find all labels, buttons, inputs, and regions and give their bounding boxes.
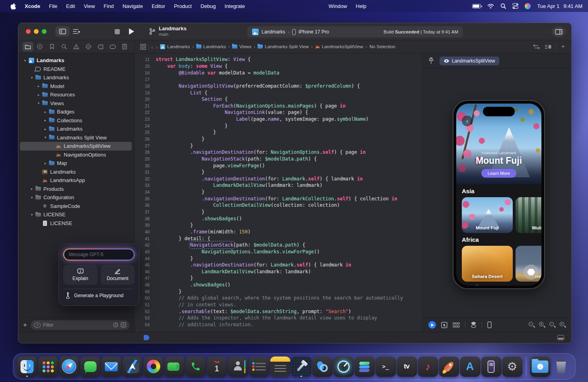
preview-device-control[interactable] bbox=[524, 264, 539, 280]
dock-calendar-icon[interactable]: Tue1 bbox=[207, 357, 227, 377]
code-line-18[interactable]: 18NavigationSplitView(preferredCompactCo… bbox=[135, 83, 422, 90]
tree-item-landmarks-split-view[interactable]: ▾Landmarks Split View bbox=[18, 133, 134, 142]
dock-phone-icon[interactable] bbox=[186, 357, 206, 377]
inspector-toggle[interactable] bbox=[551, 26, 566, 37]
dock-messages-icon[interactable] bbox=[80, 357, 100, 377]
close-button[interactable] bbox=[26, 29, 31, 34]
scheme-name[interactable]: Landmarks bbox=[262, 29, 285, 35]
code-line-48[interactable]: 48.showsBadges() bbox=[135, 282, 422, 288]
code-line-15[interactable]: 15var body: some View { bbox=[135, 63, 422, 70]
tree-item-configuration[interactable]: ▾Configuration bbox=[18, 193, 134, 202]
breadcrumb-item[interactable]: LandmarksSplitView bbox=[315, 44, 363, 49]
code-line-28[interactable]: 28.navigationDestination(for: Navigation… bbox=[135, 149, 422, 156]
code-line-49[interactable]: 49} bbox=[135, 288, 422, 295]
code-line-25[interactable]: 25} bbox=[135, 129, 422, 136]
menu-help[interactable]: Help bbox=[352, 3, 371, 9]
code-line-39[interactable]: 39} bbox=[135, 222, 422, 229]
selectable-mode-icon[interactable] bbox=[441, 322, 447, 328]
source-editor[interactable]: 11struct LandmarksSplitView: View {15var… bbox=[135, 53, 422, 332]
forward-button[interactable]: › bbox=[156, 43, 158, 50]
landmark-card-fuji[interactable]: Mount Fuji bbox=[462, 197, 513, 233]
dock-reminders-icon[interactable] bbox=[249, 357, 269, 377]
code-line-44[interactable]: 44} bbox=[135, 255, 422, 262]
code-line-35[interactable]: 35.navigationDestination(for: LandmarkCo… bbox=[135, 195, 422, 202]
code-line-54[interactable]: 54// additional information. bbox=[135, 321, 422, 328]
code-line-20[interactable]: 20Section { bbox=[135, 96, 422, 103]
assistant-message-input[interactable] bbox=[64, 249, 134, 260]
menu-file[interactable]: File bbox=[45, 3, 62, 9]
document-button[interactable]: Document bbox=[101, 265, 135, 285]
dock-appstore-icon[interactable]: A bbox=[460, 357, 480, 377]
navigator-tab-project-navigator[interactable] bbox=[22, 42, 33, 51]
wifi-icon[interactable] bbox=[487, 4, 494, 9]
code-line-17[interactable]: 17 bbox=[135, 76, 422, 83]
dock-safari-icon[interactable] bbox=[59, 357, 79, 377]
zoom-100-button[interactable]: 1 bbox=[539, 322, 545, 328]
tree-item-license[interactable]: ▾LICENSE bbox=[18, 210, 134, 219]
tree-item-map[interactable]: ▸Map bbox=[18, 159, 134, 168]
menu-edit[interactable]: Edit bbox=[62, 3, 79, 9]
navigator-tab-find[interactable] bbox=[59, 42, 70, 51]
dock-terminal-icon[interactable]: >_ bbox=[375, 357, 396, 377]
tree-item-products[interactable]: ▸Products bbox=[18, 185, 134, 194]
tree-item-landmarks[interactable]: Landmarks bbox=[18, 168, 134, 176]
add-file-button[interactable]: + bbox=[23, 321, 27, 329]
code-line-33[interactable]: 33LandmarkDetailView(landmark: landmark) bbox=[135, 182, 422, 189]
dock-maps-icon[interactable] bbox=[122, 357, 143, 377]
navigator-tab-breakpoints[interactable] bbox=[107, 42, 118, 51]
stop-button[interactable] bbox=[110, 26, 124, 37]
menu-navigate[interactable]: Navigate bbox=[118, 3, 147, 9]
zoom-out-button[interactable]: − bbox=[529, 322, 535, 328]
tree-item-collections[interactable]: ▸Collections bbox=[18, 116, 134, 125]
recent-files-icon[interactable] bbox=[113, 322, 118, 327]
code-line-32[interactable]: 32.navigationDestination(for: Landmark.s… bbox=[135, 176, 422, 182]
variants-grid-icon[interactable] bbox=[453, 322, 460, 328]
dock-settings-icon[interactable]: ⚙ bbox=[502, 357, 522, 377]
code-line-29[interactable]: 29NavigationStack(path: $modelData.path)… bbox=[135, 156, 422, 163]
code-line-24[interactable]: 24} bbox=[135, 122, 422, 129]
code-line-36[interactable]: 36CollectionDetailView(collection: colle… bbox=[135, 202, 422, 209]
generate-playground-button[interactable]: Generate a Playground bbox=[63, 292, 135, 299]
zoom-button[interactable] bbox=[42, 29, 47, 34]
add-editor-icon[interactable]: + bbox=[561, 43, 565, 50]
zoom-fit-button[interactable]: ○ bbox=[549, 322, 555, 328]
tree-item-readme[interactable]: README bbox=[18, 65, 134, 74]
debug-area-toggle[interactable] bbox=[557, 335, 564, 340]
code-line-50[interactable]: 50// Adds global search, where the syste… bbox=[135, 295, 422, 302]
tree-item-resources[interactable]: ▸Resources bbox=[18, 90, 134, 99]
code-line-16[interactable]: 16@Bindable var modelData = modelData bbox=[135, 69, 422, 76]
tree-item-landmarks[interactable]: ▾Landmarks bbox=[18, 56, 134, 65]
dock-stack-app-icon[interactable] bbox=[354, 357, 375, 377]
run-button[interactable] bbox=[124, 26, 139, 37]
breadcrumb-item[interactable]: Landmarks bbox=[160, 44, 190, 49]
landmark-card-wuling[interactable]: Wuling bbox=[516, 197, 541, 233]
dock-photos-icon[interactable] bbox=[143, 357, 164, 377]
dock-contacts-icon[interactable] bbox=[228, 357, 248, 377]
menu-debug[interactable]: Debug bbox=[196, 3, 220, 9]
navigator-tab-issues[interactable] bbox=[71, 42, 82, 51]
pin-icon[interactable] bbox=[428, 57, 434, 64]
tree-item-landmarksapp[interactable]: LandmarksApp bbox=[18, 176, 134, 185]
tree-item-navigationoptions[interactable]: NavigationOptions bbox=[18, 151, 134, 159]
dock-facetime-icon[interactable] bbox=[164, 357, 185, 377]
code-line-22[interactable]: 22NavigationLink(value: page) { bbox=[135, 109, 422, 116]
dock-notes-icon[interactable] bbox=[270, 357, 290, 377]
back-chevron-button[interactable]: ‹ bbox=[462, 116, 473, 126]
landmark-card-sahara[interactable]: Sahara Desert bbox=[462, 246, 513, 282]
breadcrumb-item[interactable]: Views bbox=[232, 44, 251, 49]
code-line-21[interactable]: 21ForEach(NavigationOptions.mainPages) {… bbox=[135, 102, 422, 109]
related-items-icon[interactable] bbox=[140, 44, 146, 50]
battery-icon[interactable] bbox=[472, 4, 481, 8]
run-destination[interactable]: iPhone 17 Pro bbox=[299, 29, 329, 35]
dock-xcode-icon[interactable] bbox=[291, 357, 311, 377]
apple-menu-icon[interactable] bbox=[6, 3, 20, 10]
menu-xcode[interactable]: Xcode bbox=[20, 3, 45, 9]
navigator-tab-tests[interactable] bbox=[83, 42, 94, 51]
code-line-41[interactable]: 41} detail: { bbox=[135, 235, 422, 242]
code-line-43[interactable]: 43NavigationOptions.landmarks.viewForPag… bbox=[135, 249, 422, 255]
navigator-tab-debug[interactable] bbox=[95, 42, 106, 51]
code-line-37[interactable]: 37} bbox=[135, 209, 422, 215]
siri-icon[interactable] bbox=[525, 3, 531, 9]
device-settings-icon[interactable] bbox=[487, 321, 492, 328]
dock-simulator-icon[interactable] bbox=[439, 357, 459, 377]
